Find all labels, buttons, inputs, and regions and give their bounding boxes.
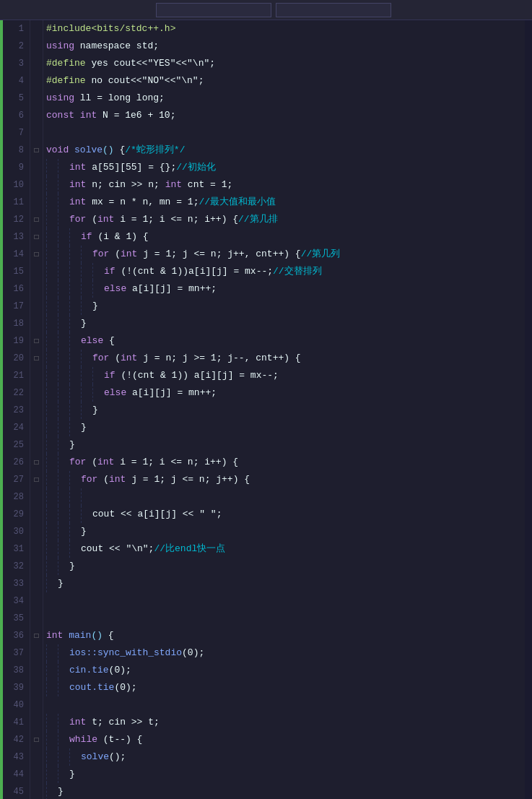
code-line: using namespace std;	[46, 38, 525, 55]
green-bar	[0, 20, 3, 799]
fold-indicator	[30, 263, 43, 280]
line-number: 26	[0, 454, 30, 471]
code-line: while (t--) {	[46, 731, 525, 748]
toolbar-dropdown-func[interactable]	[276, 3, 391, 17]
line-number: 7	[0, 124, 30, 142]
line-number: 23	[0, 402, 30, 419]
code-line: }	[46, 315, 525, 332]
code-line: using ll = long long;	[46, 90, 525, 107]
line-number: 19	[0, 332, 30, 350]
fold-indicator	[30, 107, 43, 124]
line-number: 44	[0, 766, 30, 783]
code-line: #define yes cout<<"YES"<<"\n";	[46, 55, 525, 72]
fold-indicator[interactable]: □	[30, 731, 43, 748]
code-line	[46, 488, 525, 506]
code-line: }	[46, 558, 525, 575]
fold-indicator	[30, 679, 43, 696]
code-line: #include<bits/stdc++.h>	[46, 20, 525, 38]
fold-indicator	[30, 90, 43, 107]
line-number: 38	[0, 662, 30, 679]
fold-indicator	[30, 315, 43, 332]
line-number: 31	[0, 540, 30, 558]
line-number: 2	[0, 38, 30, 55]
code-line: if (!(cnt & 1)) a[i][j] = mx--;	[46, 367, 525, 384]
fold-indicator	[30, 124, 43, 142]
line-number: 16	[0, 280, 30, 298]
line-number: 22	[0, 384, 30, 402]
line-number: 14	[0, 246, 30, 263]
line-number: 36	[0, 627, 30, 644]
code-line: else a[i][j] = mn++;	[46, 280, 525, 298]
fold-indicator[interactable]: □	[30, 142, 43, 159]
fold-indicator	[30, 506, 43, 523]
fold-indicator[interactable]: □	[30, 471, 43, 488]
fold-indicator	[30, 20, 43, 38]
code-line: else {	[46, 332, 525, 350]
line-number: 12	[0, 211, 30, 228]
fold-indicator	[30, 540, 43, 558]
fold-indicator	[30, 488, 43, 506]
editor: 1234567891011121314151617181920212223242…	[0, 0, 532, 799]
fold-indicator[interactable]: □	[30, 228, 43, 246]
code-line	[46, 124, 525, 142]
code-lines: #include<bits/stdc++.h>using namespace s…	[43, 20, 525, 799]
line-number: 9	[0, 159, 30, 176]
fold-indicator	[30, 55, 43, 72]
fold-indicator	[30, 662, 43, 679]
fold-indicator[interactable]: □	[30, 454, 43, 471]
code-line: }	[46, 419, 525, 436]
line-number: 21	[0, 367, 30, 384]
code-line: solve();	[46, 748, 525, 766]
line-number: 3	[0, 55, 30, 72]
scrollbar[interactable]	[525, 20, 532, 799]
code-line: for (int i = 1; i <= n; i++) {//第几排	[46, 211, 525, 228]
toolbar-work[interactable]	[6, 9, 17, 12]
code-line: }	[46, 766, 525, 783]
toolbar	[0, 0, 532, 20]
fold-indicator	[30, 367, 43, 384]
fold-indicator[interactable]: □	[30, 246, 43, 263]
line-number: 6	[0, 107, 30, 124]
fold-gutter[interactable]: □□□□□□□□□□	[30, 20, 43, 799]
code-line: cout.tie(0);	[46, 679, 525, 696]
code-line	[46, 610, 525, 627]
code-line: int a[55][55] = {};//初始化	[46, 159, 525, 176]
line-number: 27	[0, 471, 30, 488]
fold-indicator	[30, 280, 43, 298]
line-number: 11	[0, 194, 30, 211]
line-number: 1	[0, 20, 30, 38]
code-line: if (i & 1) {	[46, 228, 525, 246]
code-line: }	[46, 298, 525, 315]
line-number: 24	[0, 419, 30, 436]
toolbar-dropdown-scope[interactable]	[156, 3, 271, 17]
code-line: int t; cin >> t;	[46, 714, 525, 731]
fold-indicator[interactable]: □	[30, 332, 43, 350]
code-line: }	[46, 783, 525, 799]
code-line: int n; cin >> n; int cnt = 1;	[46, 176, 525, 194]
fold-indicator	[30, 72, 43, 90]
line-number: 17	[0, 298, 30, 315]
line-number: 41	[0, 714, 30, 731]
line-number: 39	[0, 679, 30, 696]
fold-indicator	[30, 592, 43, 610]
fold-indicator	[30, 558, 43, 575]
code-line: cin.tie(0);	[46, 662, 525, 679]
line-number: 37	[0, 644, 30, 662]
fold-indicator	[30, 714, 43, 731]
line-number: 42	[0, 731, 30, 748]
code-line: for (int j = n; j >= 1; j--, cnt++) {	[46, 350, 525, 367]
fold-indicator[interactable]: □	[30, 211, 43, 228]
code-line: else a[i][j] = mn++;	[46, 384, 525, 402]
code-line: int mx = n * n, mn = 1;//最大值和最小值	[46, 194, 525, 211]
fold-indicator	[30, 523, 43, 540]
fold-indicator	[30, 298, 43, 315]
code-line: for (int j = 1; j <= n; j++) {	[46, 471, 525, 488]
line-number: 20	[0, 350, 30, 367]
line-number: 29	[0, 506, 30, 523]
fold-indicator[interactable]: □	[30, 627, 43, 644]
code-line: }	[46, 575, 525, 592]
fold-indicator[interactable]: □	[30, 350, 43, 367]
fold-indicator	[30, 575, 43, 592]
line-number: 32	[0, 558, 30, 575]
line-number: 5	[0, 90, 30, 107]
